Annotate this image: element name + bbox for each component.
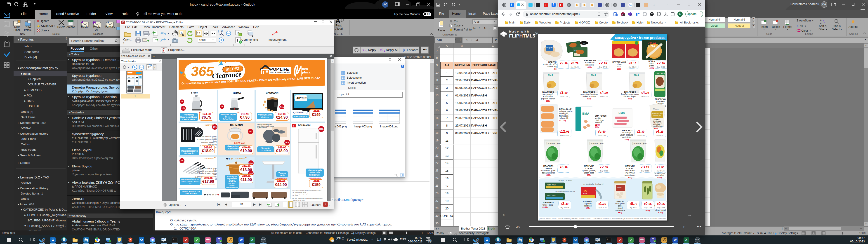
svg-text:EMA: EMA [633,74,639,77]
svg-text:SMART TV: SMART TV [302,98,308,100]
svg-text:EMA: EMA [591,74,596,77]
svg-text:2: 2 [623,14,625,17]
svg-text:ΓΡΗΓΟΡΙΟΥ: ΓΡΗΓΟΡΙΟΥ [656,73,665,74]
svg-text:John West: John West [546,184,556,186]
svg-text:7Seas: 7Seas [653,108,659,110]
svg-text:mare: mare [583,192,587,195]
svg-text:40″: 40″ [297,96,302,100]
svg-text:ΜΠΑΡΜΠΑ ΣΤΑΘΗΣ: ΜΠΑΡΜΠΑ ΣΤΑΘΗΣ [548,143,561,144]
svg-text:pizza: pizza [648,44,655,48]
svg-text:BARON: BARON [617,187,621,188]
svg-text:John West: John West [546,194,556,196]
svg-text:T: T [180,31,182,34]
svg-text:Z: Z [820,22,822,24]
svg-text:μοσχαρίσια: μοσχαρίσια [581,42,587,43]
svg-text:Νεφέλη: Νεφέλη [546,47,553,49]
svg-text:ΜΠΑΡΜΠΑ ΣΤΑΘΗΣ: ΜΠΑΡΜΠΑ ΣΤΑΘΗΣ [591,143,604,144]
svg-text:RIO: RIO [583,189,587,192]
svg-text:A: A [336,17,340,24]
svg-text:T: T [236,31,238,34]
svg-text:EMA: EMA [582,112,589,116]
svg-text:(ΘΡΑΨΑΛΟ): (ΘΡΑΨΑΛΟ) [653,115,661,116]
svg-text:LED FHD: LED FHD [302,97,307,98]
svg-text:ΜΠΑΡΜΠΑ ΣΤΑΘΗΣ: ΜΠΑΡΜΠΑ ΣΤΑΘΗΣ [633,143,647,144]
svg-text:ΚΑΛΑΜΑΡΙ ΡΟΔΕΛΕΣ: ΚΑΛΑΜΑΡΙ ΡΟΔΕΛΕΣ [652,113,666,114]
svg-text:A: A [820,19,822,22]
svg-text:EMA: EMA [618,111,625,115]
svg-text:T: T [237,38,239,42]
svg-text:U: U [622,13,623,16]
svg-text:9: 9 [631,14,632,17]
svg-text:EMA: EMA [548,74,553,77]
